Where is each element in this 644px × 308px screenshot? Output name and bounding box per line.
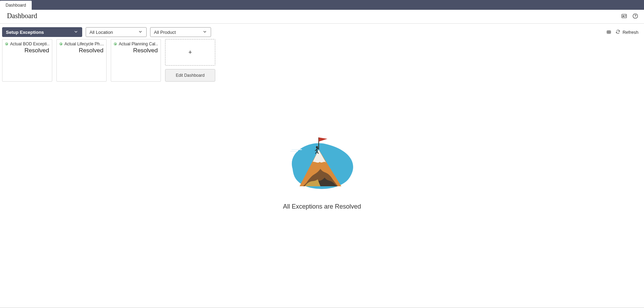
plus-icon: + (188, 49, 192, 56)
grid-view-icon[interactable] (606, 29, 612, 35)
chevron-down-icon (202, 29, 207, 35)
card-status: Resolved (114, 47, 158, 54)
card-status: Resolved (60, 47, 103, 54)
exception-card[interactable]: Actual Planning Cal… Resolved (111, 39, 161, 82)
exception-card[interactable]: Actual Lifecycle Ph… Resolved (56, 39, 107, 82)
location-dropdown[interactable]: All Location (86, 27, 147, 37)
empty-message: All Exceptions are Resolved (283, 203, 361, 210)
chevron-down-icon (138, 29, 143, 35)
toolbar: Setup Exceptions All Location All Produc… (0, 24, 644, 39)
dropdown-label: All Location (90, 30, 113, 35)
tab-strip: Dashboard (0, 0, 644, 10)
card-header: Actual Planning Cal… (114, 42, 158, 46)
card-status: Resolved (5, 47, 49, 54)
svg-rect-4 (607, 31, 611, 33)
edit-dashboard-button[interactable]: Edit Dashboard (165, 69, 215, 82)
titlebar-actions (621, 13, 638, 19)
page-title: Dashboard (7, 12, 37, 20)
edit-dashboard-label: Edit Dashboard (176, 73, 205, 78)
refresh-icon (615, 29, 620, 35)
add-card-column: + Edit Dashboard (165, 39, 215, 82)
card-title: Actual BOD Excepti… (10, 42, 49, 46)
status-dot-icon (60, 43, 62, 45)
card-header: Actual Lifecycle Ph… (60, 42, 103, 46)
card-title: Actual Lifecycle Ph… (64, 42, 103, 46)
empty-illustration (286, 130, 359, 197)
status-dot-icon (5, 43, 8, 45)
setup-exceptions-dropdown[interactable]: Setup Exceptions (2, 27, 82, 37)
svg-point-1 (623, 15, 624, 16)
refresh-label: Refresh (622, 30, 638, 35)
card-header: Actual BOD Excepti… (5, 42, 49, 46)
title-bar: Dashboard (0, 10, 644, 24)
empty-state: All Exceptions are Resolved (0, 82, 644, 308)
tab-dashboard[interactable]: Dashboard (0, 1, 32, 10)
status-dot-icon (114, 43, 117, 45)
tab-label: Dashboard (6, 3, 26, 8)
add-card-button[interactable]: + (165, 39, 215, 66)
exception-card[interactable]: Actual BOD Excepti… Resolved (2, 39, 52, 82)
chevron-down-icon (73, 29, 78, 35)
refresh-button[interactable]: Refresh (615, 29, 638, 35)
product-dropdown[interactable]: All Product (150, 27, 211, 37)
dropdown-label: All Product (154, 30, 176, 35)
svg-point-3 (635, 17, 635, 17)
cards-row: Actual BOD Excepti… Resolved Actual Life… (0, 39, 644, 82)
contact-card-icon[interactable] (621, 13, 627, 19)
card-title: Actual Planning Cal… (119, 42, 158, 46)
help-icon[interactable] (632, 13, 638, 19)
dropdown-label: Setup Exceptions (6, 30, 44, 35)
